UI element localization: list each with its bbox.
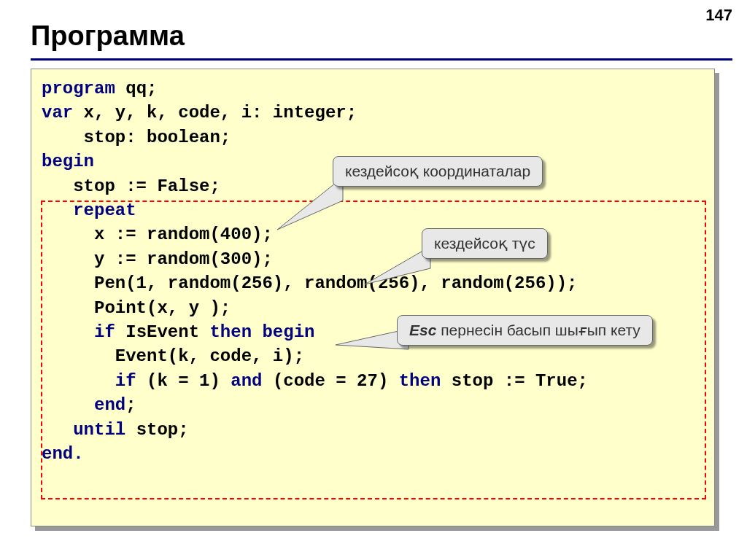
code-line: if (k = 1) and (code = 27) then stop := …	[42, 369, 704, 393]
code-line: stop: boolean;	[42, 125, 704, 149]
code-line: end;	[42, 393, 704, 417]
svg-marker-0	[277, 177, 343, 230]
slide-title: Программа	[31, 20, 185, 52]
title-rule	[31, 58, 732, 61]
svg-marker-1	[365, 246, 430, 284]
callout-esc-exit: Esc пернесін басып шығып кету	[397, 315, 653, 346]
code-line: until stop;	[42, 418, 704, 442]
code-line: end.	[42, 442, 704, 466]
callout-random-color: кездейсоқ түс	[422, 228, 548, 259]
callout-random-coords: кездейсоқ координаталар	[333, 156, 543, 187]
code-line: program qq;	[42, 77, 704, 101]
page-number: 147	[705, 6, 732, 25]
code-box: program qq; var x, y, k, code, i: intege…	[31, 69, 715, 526]
code-line: var x, y, k, code, i: integer;	[42, 101, 704, 125]
code-line: repeat	[42, 198, 704, 222]
